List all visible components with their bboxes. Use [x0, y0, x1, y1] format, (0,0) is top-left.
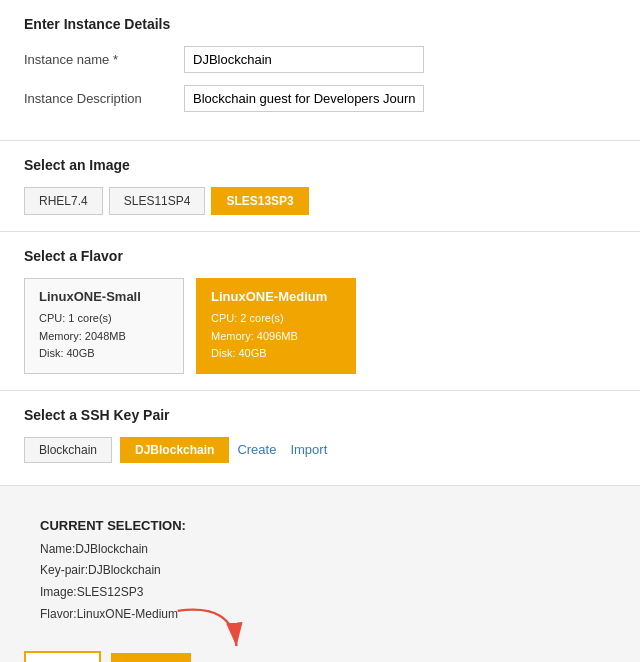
current-selection-details: Name:DJBlockchain Key-pair:DJBlockchain … [40, 539, 600, 625]
create-key-link[interactable]: Create [237, 442, 276, 457]
instance-description-label: Instance Description [24, 91, 184, 106]
current-selection-box: CURRENT SELECTION: Name:DJBlockchain Key… [24, 508, 616, 635]
action-area: CURRENT SELECTION: Name:DJBlockchain Key… [0, 486, 640, 662]
flavor-small-name: LinuxONE-Small [39, 289, 169, 304]
flavor-card-medium[interactable]: LinuxONE-Medium CPU: 2 core(s)Memory: 40… [196, 278, 356, 374]
ssh-section: Select a SSH Key Pair Blockchain DJBlock… [0, 391, 640, 486]
image-btn-sles11[interactable]: SLES11SP4 [109, 187, 206, 215]
selection-image: Image:SLES12SP3 [40, 582, 600, 604]
instance-details-title: Enter Instance Details [24, 16, 616, 32]
flavor-section-title: Select a Flavor [24, 248, 616, 264]
import-key-link[interactable]: Import [290, 442, 327, 457]
instance-name-row: Instance name * [24, 46, 616, 73]
instance-name-label: Instance name * [24, 52, 184, 67]
image-section-title: Select an Image [24, 157, 616, 173]
clear-button[interactable]: Clear [24, 651, 101, 662]
flavor-grid: LinuxONE-Small CPU: 1 core(s)Memory: 204… [24, 278, 616, 374]
ssh-btn-blockchain[interactable]: Blockchain [24, 437, 112, 463]
instance-details-section: Enter Instance Details Instance name * I… [0, 0, 640, 141]
flavor-small-details: CPU: 1 core(s)Memory: 2048MBDisk: 40GB [39, 310, 169, 363]
arrow-svg [164, 603, 254, 658]
instance-name-input[interactable] [184, 46, 424, 73]
ssh-btn-djblockchain[interactable]: DJBlockchain [120, 437, 229, 463]
instance-description-input[interactable] [184, 85, 424, 112]
flavor-medium-details: CPU: 2 core(s)Memory: 4096MBDisk: 40GB [211, 310, 341, 363]
ssh-section-title: Select a SSH Key Pair [24, 407, 616, 423]
image-button-group: RHEL7.4 SLES11SP4 SLES13SP3 [24, 187, 616, 215]
selection-keypair: Key-pair:DJBlockchain [40, 560, 600, 582]
instance-description-row: Instance Description [24, 85, 616, 112]
image-btn-rhel[interactable]: RHEL7.4 [24, 187, 103, 215]
flavor-card-small[interactable]: LinuxONE-Small CPU: 1 core(s)Memory: 204… [24, 278, 184, 374]
image-section: Select an Image RHEL7.4 SLES11SP4 SLES13… [0, 141, 640, 232]
flavor-medium-name: LinuxONE-Medium [211, 289, 341, 304]
action-buttons: Clear Create [24, 651, 616, 662]
current-selection-title: CURRENT SELECTION: [40, 518, 600, 533]
ssh-key-row: Blockchain DJBlockchain Create Import [24, 437, 616, 463]
flavor-section: Select a Flavor LinuxONE-Small CPU: 1 co… [0, 232, 640, 391]
selection-name: Name:DJBlockchain [40, 539, 600, 561]
selection-flavor: Flavor:LinuxONE-Medium [40, 604, 600, 626]
image-btn-sles13[interactable]: SLES13SP3 [211, 187, 308, 215]
